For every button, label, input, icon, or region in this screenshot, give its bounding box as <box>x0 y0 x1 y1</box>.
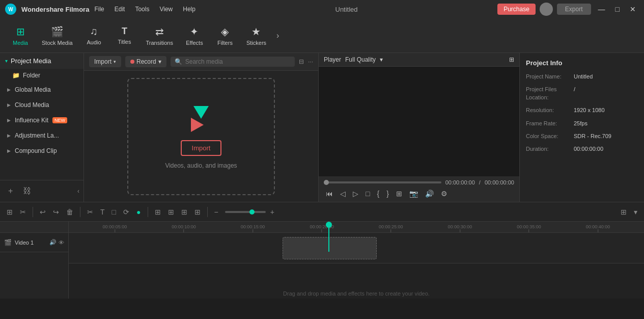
import-media-button[interactable]: Import <box>181 140 222 156</box>
drag-clip[interactable] <box>283 237 377 259</box>
ruler-mark-25: 00:00:25:00 <box>379 224 403 232</box>
record-button[interactable]: Record ▾ <box>125 56 166 67</box>
more-controls-button[interactable]: ⚙ <box>439 189 450 199</box>
arrow-icon: ▶ <box>7 102 11 108</box>
timeline-ai-btn[interactable]: ⊞ <box>165 207 177 217</box>
export-button[interactable]: Export <box>557 4 591 15</box>
zoom-out-icon[interactable]: − <box>212 207 221 217</box>
search-input[interactable] <box>185 58 291 65</box>
timeline-layout-btn[interactable]: ⊞ <box>618 207 629 217</box>
zoom-thumb[interactable] <box>249 209 255 215</box>
menu-tools[interactable]: Tools <box>135 6 149 13</box>
maximize-button[interactable]: □ <box>612 5 623 13</box>
toolbar-filters[interactable]: ◈ Filters <box>210 23 240 48</box>
menu-file[interactable]: File <box>94 6 104 13</box>
import-button-toolbar[interactable]: Import ▾ <box>89 56 121 67</box>
ruler-tick <box>598 229 598 232</box>
progress-bar[interactable] <box>324 181 441 183</box>
info-label-location: Project Files Location: <box>526 86 572 101</box>
audio-label: Audio <box>87 39 101 45</box>
timeline-magnet-btn[interactable]: ✂ <box>17 207 29 217</box>
purchase-button[interactable]: Purchase <box>497 4 536 15</box>
sidebar-item-compound-clip[interactable]: ▶ Compound Clip <box>0 143 83 158</box>
stop-button[interactable]: □ <box>363 189 372 199</box>
timeline-crop-btn[interactable]: □ <box>109 207 119 217</box>
timeline-color-btn[interactable]: ⊞ <box>179 207 190 217</box>
mark-in-button[interactable]: { <box>375 189 381 199</box>
audio-icon: ♫ <box>90 25 98 37</box>
toolbar-titles[interactable]: T Titles <box>109 24 140 47</box>
track-visibility-button[interactable]: 👁 <box>59 239 64 246</box>
toolbar-media[interactable]: ⊞ Media <box>5 23 36 48</box>
info-value-name: Untitled <box>574 73 593 81</box>
zoom-track[interactable] <box>225 211 266 213</box>
timeline-settings-btn[interactable]: ▾ <box>631 207 640 217</box>
timeline-redo-btn[interactable]: ↪ <box>50 207 62 217</box>
separator <box>33 207 33 217</box>
menu-help[interactable]: Help <box>183 6 195 13</box>
folder-item[interactable]: 📁 Folder <box>0 69 83 82</box>
zoom-in-icon[interactable]: + <box>268 207 277 217</box>
timeline-content: 🎬 Video 1 🔊 👁 00:00:05:00 00:00:10:00 <box>0 222 644 299</box>
drop-zone[interactable]: Import Videos, audio, and images <box>127 78 275 195</box>
timeline-cut-btn[interactable]: ✂ <box>85 207 96 217</box>
fullscreen-icon[interactable]: ⊞ <box>509 56 514 63</box>
timeline: ⊞ ✂ ↩ ↪ 🗑 ✂ T □ ⟳ ● ⊞ ⊞ ⊞ ⊞ − + ⊞ ▾ <box>0 202 644 299</box>
menu-edit[interactable]: Edit <box>115 6 125 13</box>
left-panel: ▾ Project Media 📁 Folder ▶ Global Media … <box>0 53 84 202</box>
skip-back-button[interactable]: ⏮ <box>324 189 335 199</box>
play-button[interactable]: ▷ <box>351 189 360 199</box>
ruler-spacer <box>0 222 68 233</box>
ruler-tick <box>390 229 391 232</box>
toolbar-stock-media[interactable]: 🎬 Stock Media <box>36 23 79 48</box>
toolbar-expand-button[interactable]: › <box>272 31 283 40</box>
sidebar-item-adjustment[interactable]: ▶ Adjustment La... <box>0 128 83 143</box>
collapse-panel-button[interactable]: ‹ <box>77 184 79 198</box>
timeline-audio-btn[interactable]: ⊞ <box>192 207 203 217</box>
mark-out-button[interactable]: } <box>384 189 391 199</box>
timeline-ruler-area: 00:00:05:00 00:00:10:00 00:00:15:00 00:0… <box>69 222 644 299</box>
menu-view[interactable]: View <box>159 6 173 13</box>
frame-back-button[interactable]: ◁ <box>338 189 348 199</box>
sidebar-label: Influence Kit <box>15 117 48 124</box>
timeline-record-btn[interactable]: ● <box>134 207 143 217</box>
prev-frame-button[interactable]: ⊞ <box>394 189 404 199</box>
toolbar-audio[interactable]: ♫ Audio <box>79 23 109 47</box>
add-folder-button[interactable]: + <box>4 184 17 198</box>
toolbar-transitions[interactable]: ⇄ Transitions <box>140 23 179 48</box>
sidebar-item-influence-kit[interactable]: ▶ Influence Kit NEW <box>0 113 83 128</box>
sidebar-item-global-media[interactable]: ▶ Global Media <box>0 82 83 97</box>
new-badge: NEW <box>52 117 67 123</box>
current-time: 00:00:00:00 <box>445 179 475 185</box>
filter-icon[interactable]: ⊟ <box>299 58 304 65</box>
separator <box>80 207 80 217</box>
ruler-mark-5: 00:00:05:00 <box>103 224 127 232</box>
timeline-text-btn[interactable]: T <box>98 207 107 217</box>
track-controls: 🔊 👁 <box>49 239 64 246</box>
arrow-icon: ▶ <box>7 87 11 92</box>
toolbar-stickers[interactable]: ★ Stickers <box>240 23 272 48</box>
progress-handle[interactable] <box>324 180 329 185</box>
project-info-panel: Project Info Project Name: Untitled Proj… <box>519 53 644 202</box>
timeline-delete-btn[interactable]: 🗑 <box>64 207 76 217</box>
svg-marker-0 <box>193 106 209 119</box>
sidebar-item-cloud-media[interactable]: ▶ Cloud Media <box>0 97 83 113</box>
quality-dropdown-arrow[interactable]: ▾ <box>380 56 383 63</box>
timeline-scene-btn[interactable]: ⊞ <box>4 207 15 217</box>
audio-button[interactable]: 🔊 <box>423 189 436 199</box>
track-mute-button[interactable]: 🔊 <box>49 239 57 246</box>
link-button[interactable]: ⛓ <box>19 184 35 198</box>
timeline-undo-btn[interactable]: ↩ <box>37 207 48 217</box>
user-avatar[interactable] <box>540 3 553 16</box>
snapshot-button[interactable]: 📷 <box>407 189 420 199</box>
info-label-duration: Duration: <box>526 145 572 153</box>
toolbar-effects[interactable]: ✦ Effects <box>179 23 210 48</box>
timeline-speed-btn[interactable]: ⊞ <box>152 207 163 217</box>
timeline-cursor[interactable] <box>328 222 329 252</box>
close-button[interactable]: ✕ <box>627 5 639 13</box>
timeline-rotate-btn[interactable]: ⟳ <box>121 207 132 217</box>
minimize-button[interactable]: — <box>595 5 608 13</box>
info-label-framerate: Frame Rate: <box>526 120 572 127</box>
more-options-icon[interactable]: ··· <box>308 58 313 65</box>
import-label: Import <box>94 58 111 65</box>
